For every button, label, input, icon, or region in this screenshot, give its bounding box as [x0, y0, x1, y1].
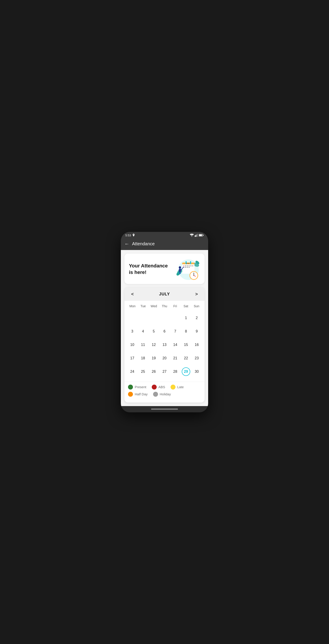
- halfday-dot: [128, 392, 133, 397]
- battery-icon: [199, 234, 204, 236]
- svg-rect-20: [190, 266, 192, 266]
- day-cell-30[interactable]: 30: [192, 365, 202, 378]
- weekdays-row: Mon Tue Wed Thu Fri Sat Sun: [127, 302, 202, 310]
- svg-rect-23: [185, 267, 186, 268]
- day-cell-24[interactable]: 24: [127, 365, 137, 378]
- weekday-mon: Mon: [127, 302, 138, 310]
- weekday-fri: Fri: [170, 302, 181, 310]
- legend-present: Present: [128, 384, 146, 390]
- svg-rect-5: [199, 234, 202, 236]
- day-cell-empty: [138, 312, 148, 324]
- svg-rect-0: [195, 236, 195, 237]
- prev-month-button[interactable]: <: [129, 291, 136, 298]
- day-cell-15[interactable]: 15: [181, 338, 191, 351]
- status-left: 5:53: [125, 234, 135, 237]
- phone-frame: 5:53 ←: [121, 232, 208, 412]
- day-cell-17[interactable]: 17: [127, 352, 137, 365]
- abs-label: ABS: [158, 385, 165, 389]
- day-cell-10[interactable]: 10: [127, 338, 137, 351]
- day-cell-29-today[interactable]: 29: [181, 365, 191, 378]
- day-cell-22[interactable]: 22: [181, 352, 191, 365]
- legend-row-1: Present ABS Late: [128, 384, 201, 390]
- day-cell-11[interactable]: 11: [138, 338, 148, 351]
- day-cell-7[interactable]: 7: [170, 325, 180, 338]
- svg-text:JUNE: JUNE: [186, 263, 190, 264]
- location-icon: [132, 234, 135, 237]
- day-cell-3[interactable]: 3: [127, 325, 137, 338]
- back-button[interactable]: ←: [124, 241, 129, 247]
- day-cell-28[interactable]: 28: [170, 365, 180, 378]
- day-cell-empty: [159, 312, 170, 324]
- app-bar: ← Attendance: [121, 238, 208, 250]
- legend-abs: ABS: [152, 384, 165, 390]
- svg-rect-6: [203, 235, 204, 236]
- app-bar-title: Attendance: [132, 241, 155, 246]
- svg-rect-31: [179, 272, 180, 274]
- day-cell-16[interactable]: 16: [192, 338, 202, 351]
- day-cell-25[interactable]: 25: [138, 365, 148, 378]
- svg-rect-1: [196, 235, 196, 237]
- day-cell-19[interactable]: 19: [149, 352, 159, 365]
- weekday-wed: Wed: [148, 302, 159, 310]
- late-dot: [171, 384, 175, 390]
- weekday-sat: Sat: [181, 302, 191, 310]
- svg-rect-2: [196, 234, 197, 237]
- status-bar: 5:53: [121, 232, 208, 238]
- svg-point-27: [179, 266, 181, 268]
- day-cell-14[interactable]: 14: [170, 338, 180, 351]
- legend-section: Present ABS Late Half Day: [124, 382, 205, 402]
- days-grid: 1 2 3 4 5 6 7 8 9 10 11 12 13 14 15: [127, 312, 202, 378]
- home-indicator: [121, 406, 208, 412]
- day-cell-2[interactable]: 2: [192, 312, 202, 324]
- day-cell-5[interactable]: 5: [149, 325, 159, 338]
- day-cell-12[interactable]: 12: [149, 338, 159, 351]
- day-cell-20[interactable]: 20: [159, 352, 170, 365]
- main-content: Your Attendanceis here!: [121, 250, 208, 406]
- svg-rect-19: [188, 266, 190, 266]
- holiday-label: Holiday: [160, 392, 171, 396]
- attendance-illustration: JUNE: [175, 258, 200, 280]
- legend-holiday: Holiday: [153, 392, 171, 397]
- day-cell-empty: [170, 312, 180, 324]
- day-cell-21[interactable]: 21: [170, 352, 180, 365]
- signal-icon: [195, 234, 198, 237]
- present-dot: [128, 384, 133, 390]
- svg-rect-30: [180, 270, 182, 270]
- svg-rect-25: [188, 267, 190, 268]
- day-cell-6[interactable]: 6: [159, 325, 170, 338]
- day-cell-27[interactable]: 27: [159, 365, 170, 378]
- day-cell-empty: [127, 312, 137, 324]
- day-cell-9[interactable]: 9: [192, 325, 202, 338]
- home-bar: [151, 408, 178, 410]
- day-cell-1[interactable]: 1: [181, 312, 191, 324]
- halfday-label: Half Day: [135, 392, 148, 396]
- calendar-card: < JULY > Mon Tue Wed Thu Fri Sat Sun: [124, 288, 205, 402]
- legend-late: Late: [171, 384, 184, 390]
- header-card: Your Attendanceis here!: [124, 254, 205, 284]
- late-label: Late: [177, 385, 184, 389]
- svg-rect-17: [185, 266, 186, 266]
- next-month-button[interactable]: >: [193, 291, 200, 298]
- wifi-icon: [190, 234, 194, 237]
- weekday-tue: Tue: [138, 302, 149, 310]
- status-right: [190, 234, 204, 237]
- day-cell-8[interactable]: 8: [181, 325, 191, 338]
- day-cell-4[interactable]: 4: [138, 325, 148, 338]
- legend-row-2: Half Day Holiday: [128, 392, 201, 397]
- svg-rect-21: [192, 266, 193, 266]
- svg-rect-16: [183, 266, 184, 266]
- day-cell-empty: [149, 312, 159, 324]
- header-heading: Your Attendanceis here!: [129, 263, 168, 276]
- weekday-thu: Thu: [159, 302, 170, 310]
- day-cell-23[interactable]: 23: [192, 352, 202, 365]
- legend-halfday: Half Day: [128, 392, 148, 397]
- svg-rect-32: [180, 272, 181, 274]
- day-cell-18[interactable]: 18: [138, 352, 148, 365]
- svg-rect-29: [179, 270, 180, 270]
- calendar-header: < JULY >: [124, 288, 205, 301]
- day-cell-26[interactable]: 26: [149, 365, 159, 378]
- calendar-body: Mon Tue Wed Thu Fri Sat Sun 1: [124, 301, 205, 382]
- svg-rect-3: [197, 234, 198, 237]
- svg-rect-18: [187, 266, 188, 266]
- day-cell-13[interactable]: 13: [159, 338, 170, 351]
